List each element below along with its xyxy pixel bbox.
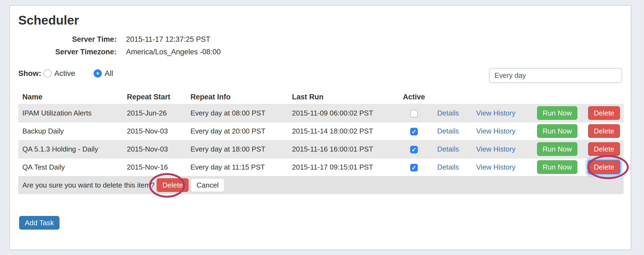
active-checkbox[interactable] xyxy=(410,110,418,117)
server-time-label: Server Time: xyxy=(18,34,117,45)
run-now-button[interactable]: Run Now xyxy=(537,160,578,174)
view-history-link[interactable]: View History xyxy=(476,109,515,117)
server-time-value: 2015-11-17 12:37:25 PST xyxy=(126,34,221,45)
task-name: IPAM Utilization Alerts xyxy=(18,104,125,122)
radio-all[interactable] xyxy=(94,69,102,78)
delete-button[interactable]: Delete xyxy=(588,124,620,138)
last-run: 2015-11-09 06:00:02 PST xyxy=(290,104,393,122)
last-run: 2015-11-14 18:00:02 PST xyxy=(290,122,393,140)
delete-button[interactable]: Delete xyxy=(588,106,620,120)
view-history-link[interactable]: View History xyxy=(476,127,515,135)
last-run: 2015-11-17 09:15:01 PST xyxy=(290,158,393,176)
details-link[interactable]: Details xyxy=(437,127,459,135)
run-now-button[interactable]: Run Now xyxy=(537,106,578,120)
server-timezone-label: Server Timezone: xyxy=(18,46,117,57)
confirm-cancel-button[interactable]: Cancel xyxy=(191,178,224,192)
repeat-start: 2015-Jun-26 xyxy=(125,104,188,122)
filter-input[interactable] xyxy=(489,68,622,83)
radio-active[interactable] xyxy=(43,69,52,78)
col-header-name: Name xyxy=(18,90,125,104)
delete-button[interactable]: Delete xyxy=(588,142,620,156)
view-history-link[interactable]: View History xyxy=(476,145,515,153)
table-row: QA Test Daily 2015-Nov-16 Every day at 1… xyxy=(18,158,624,176)
run-now-button[interactable]: Run Now xyxy=(537,142,578,156)
details-link[interactable]: Details xyxy=(437,109,459,117)
delete-button[interactable]: Delete xyxy=(588,160,620,174)
col-header-last-run: Last Run xyxy=(290,90,393,104)
repeat-info: Every day at 11:15 PST xyxy=(188,158,290,176)
view-history-link[interactable]: View History xyxy=(476,163,515,171)
server-timezone-value: America/Los_Angeles -08:00 xyxy=(126,46,221,57)
radio-active-label[interactable]: Active xyxy=(54,69,75,78)
task-name: Backup Daily xyxy=(18,122,125,140)
active-checkbox[interactable] xyxy=(410,146,418,153)
scheduler-panel: Scheduler Server Time: 2015-11-17 12:37:… xyxy=(10,5,631,250)
details-link[interactable]: Details xyxy=(437,163,459,171)
confirm-delete-button[interactable]: Delete xyxy=(157,178,189,192)
repeat-info: Every day at 18:00 PST xyxy=(188,140,290,158)
page-title: Scheduler xyxy=(18,13,79,28)
task-name: QA Test Daily xyxy=(18,158,125,176)
radio-all-label[interactable]: All xyxy=(105,69,113,78)
active-checkbox[interactable] xyxy=(410,128,418,135)
details-link[interactable]: Details xyxy=(437,145,459,153)
add-task-button[interactable]: Add Task xyxy=(19,216,59,230)
repeat-info: Every day at 20:00 PST xyxy=(188,122,290,140)
repeat-info: Every day at 08:00 PST xyxy=(188,104,290,122)
table-row: IPAM Utilization Alerts 2015-Jun-26 Ever… xyxy=(18,104,624,122)
show-filter: Show: Active All xyxy=(18,67,113,80)
col-header-repeat-start: Repeat Start xyxy=(125,90,188,104)
scheduler-table: Name Repeat Start Repeat Info Last Run A… xyxy=(18,90,624,194)
repeat-start: 2015-Nov-03 xyxy=(125,140,188,158)
table-header-row: Name Repeat Start Repeat Info Last Run A… xyxy=(18,90,624,104)
show-filter-label: Show: xyxy=(18,69,41,78)
delete-confirmation-row: Are you sure you want to delete this ite… xyxy=(18,176,624,194)
repeat-start: 2015-Nov-16 xyxy=(125,158,188,176)
task-name: QA 5.1.3 Holding - Daily xyxy=(18,140,125,158)
table-row: QA 5.1.3 Holding - Daily 2015-Nov-03 Eve… xyxy=(18,140,624,158)
last-run: 2015-11-16 16:00:01 PST xyxy=(290,140,393,158)
server-info: Server Time: 2015-11-17 12:37:25 PST Ser… xyxy=(18,34,221,57)
col-header-active: Active xyxy=(393,90,434,104)
active-checkbox[interactable] xyxy=(410,164,418,171)
repeat-start: 2015-Nov-03 xyxy=(125,122,188,140)
table-row: Backup Daily 2015-Nov-03 Every day at 20… xyxy=(18,122,624,140)
run-now-button[interactable]: Run Now xyxy=(537,124,578,138)
col-header-repeat-info: Repeat Info xyxy=(188,90,290,104)
delete-confirmation-message: Are you sure you want to delete this ite… xyxy=(22,181,154,189)
